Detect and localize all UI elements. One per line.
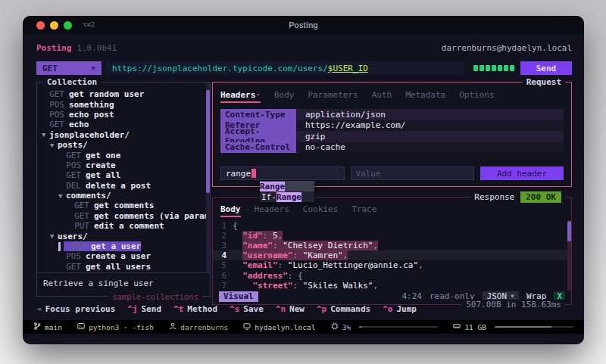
- keybinding-save[interactable]: ^sSave: [230, 304, 264, 314]
- code-token: ,: [373, 241, 378, 250]
- tree-request[interactable]: POScreate: [37, 160, 210, 170]
- header-value-input[interactable]: [351, 166, 475, 180]
- tree-request[interactable]: PUTupdate a user: [37, 272, 210, 272]
- code-token: "name": [242, 241, 273, 250]
- tree-request[interactable]: GETget comments: [37, 201, 210, 210]
- keybinding-focus-previous[interactable]: ⇥Focus previous: [36, 304, 115, 314]
- request-method: PUT: [58, 272, 81, 272]
- sysbar-segment-11-gb: 11 GB: [453, 322, 573, 331]
- autocomplete-item[interactable]: Range: [260, 181, 314, 191]
- tree-folder[interactable]: ▼comments/: [37, 191, 210, 201]
- request-tab-body[interactable]: Body: [274, 90, 295, 103]
- keybinding-send[interactable]: ^jSend: [127, 304, 161, 314]
- collection-scrollbar[interactable]: [206, 82, 210, 272]
- tree-request[interactable]: GETget all: [37, 170, 210, 180]
- code-indent: [233, 241, 242, 250]
- add-header-row: range Add header RangeIf-Range: [220, 166, 564, 180]
- response-body-editor[interactable]: 1{2 "id": 5,3 "name": "Chelsey Dietrich"…: [213, 221, 571, 291]
- request-name: edit a comment: [94, 221, 164, 231]
- tree-request[interactable]: PUTedit a comment: [37, 221, 210, 231]
- code-lines: 1{2 "id": 5,3 "name": "Chelsey Dietrich"…: [213, 221, 571, 291]
- request-name: get comments: [94, 201, 154, 210]
- code-token: :: [263, 231, 273, 241]
- keybinding-method[interactable]: ^tMethod: [173, 304, 217, 314]
- url-input[interactable]: https://jsonplaceholder.typicode.com/use…: [106, 61, 464, 75]
- collection-tree: GETget random userPOSsomethingPOSecho po…: [37, 82, 210, 272]
- response-tab-cookies[interactable]: Cookies: [303, 204, 338, 217]
- header-name-input[interactable]: range: [220, 166, 345, 180]
- window-controls: [36, 21, 72, 30]
- tree-row-content: ▼posts/: [50, 140, 88, 150]
- request-name: something: [69, 100, 114, 110]
- keybinding-label: Send: [142, 304, 162, 314]
- sysbar-segment-darrenburns: darrenburns: [169, 322, 228, 331]
- line-number: 4: [213, 250, 233, 260]
- tree-request[interactable]: GETget comments (via param): [37, 211, 210, 221]
- code-indent: [233, 231, 242, 241]
- response-tab-trace[interactable]: Trace: [351, 204, 376, 217]
- sysbar-segment-text: python3 · -fish: [89, 323, 154, 331]
- send-button[interactable]: Send: [520, 61, 572, 75]
- zoom-window-button[interactable]: [64, 21, 72, 30]
- header-row[interactable]: Content-Typeapplication/json: [220, 109, 564, 120]
- request-name: create: [86, 160, 116, 170]
- keybinding-label: Method: [187, 304, 217, 314]
- method-select[interactable]: GET ▼: [36, 61, 102, 75]
- tree-row-content: PUTedit a comment: [67, 221, 164, 231]
- editor-scrollbar[interactable]: [567, 221, 571, 291]
- request-tab-options[interactable]: Options: [459, 90, 494, 103]
- tree-row-content: GETget one: [58, 151, 120, 160]
- add-header-button[interactable]: Add header: [480, 166, 564, 180]
- response-tab-headers[interactable]: Headers: [255, 204, 289, 217]
- text-cursor: [251, 169, 256, 178]
- tree-folder[interactable]: ▼jsonplaceholder/: [37, 130, 210, 140]
- header-row[interactable]: Cache-Controlno-cache: [220, 142, 564, 154]
- tree-request[interactable]: GETget one: [37, 150, 210, 160]
- code-token: ,: [373, 281, 378, 291]
- autocomplete-item[interactable]: If-Range: [260, 191, 314, 202]
- request-method: POS: [58, 251, 81, 261]
- keybinding-jump[interactable]: ^oJump: [383, 304, 417, 314]
- header-autocomplete-dropdown: RangeIf-Range: [260, 181, 314, 202]
- tree-row-content: POScreate a user: [58, 251, 151, 261]
- tree-request[interactable]: POSsomething: [37, 99, 210, 109]
- close-window-button[interactable]: [36, 21, 45, 30]
- header-row[interactable]: Accept-Encodinggzip: [220, 131, 564, 142]
- request-method: GET: [58, 262, 81, 272]
- keybinding-commands[interactable]: ^pCommands: [317, 304, 370, 314]
- tree-folder[interactable]: ▼posts/: [37, 140, 210, 150]
- code-token: :: [278, 260, 288, 270]
- git-branch-icon: [33, 322, 41, 331]
- sysbar-meter: [359, 326, 438, 328]
- tree-request[interactable]: GETget all users: [37, 262, 210, 272]
- tree-request[interactable]: POSecho post: [37, 110, 210, 120]
- code-indent: [233, 260, 242, 270]
- tree-row-content: ▼jsonplaceholder/: [42, 130, 130, 140]
- request-tab-metadata[interactable]: Metadata: [405, 90, 445, 103]
- tree-request[interactable]: GETget random user: [37, 89, 210, 99]
- editor-scrollbar-thumb[interactable]: [567, 221, 571, 241]
- request-method: GET: [58, 170, 81, 180]
- tree-request[interactable]: DELdelete a post: [37, 181, 210, 191]
- request-name: get random user: [69, 89, 144, 99]
- collection-scrollbar-thumb[interactable]: [206, 90, 210, 193]
- tree-request[interactable]: GETecho: [37, 120, 210, 129]
- keybinding-new[interactable]: ^nNew: [276, 304, 305, 314]
- tree-request[interactable]: GETget a user: [37, 241, 210, 251]
- minimize-window-button[interactable]: [50, 21, 58, 30]
- tree-folder[interactable]: ▼users/: [37, 231, 210, 241]
- tree-row-content: POScreate: [58, 160, 116, 170]
- request-tab-auth[interactable]: Auth: [372, 90, 392, 103]
- request-name: echo: [69, 120, 89, 129]
- request-tab-headers[interactable]: Headers·: [220, 90, 261, 103]
- line-number: 5: [213, 260, 233, 270]
- sysbar-segment-text: 3%: [342, 323, 351, 331]
- request-tab-parameters[interactable]: Parameters: [308, 90, 358, 103]
- tree-row-content: GETget a user: [64, 241, 141, 251]
- response-tab-body[interactable]: Body: [220, 204, 241, 217]
- url-bar: GET ▼ https://jsonplaceholder.typicode.c…: [36, 61, 572, 75]
- code-token: ,: [343, 250, 348, 260]
- tree-request[interactable]: POScreate a user: [37, 251, 210, 261]
- folder-name: posts/: [58, 140, 88, 150]
- header-key: Cache-Control: [220, 142, 296, 154]
